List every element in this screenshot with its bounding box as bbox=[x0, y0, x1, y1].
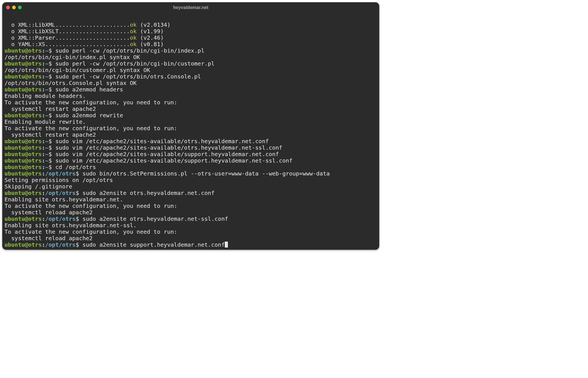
prompt-dollar: $ bbox=[76, 215, 79, 222]
version-text: (v2.0134) bbox=[137, 21, 170, 28]
prompt-colon: : bbox=[42, 112, 45, 119]
output-line: Enabling module headers. bbox=[5, 93, 86, 99]
prompt-at: @ bbox=[25, 151, 28, 158]
command-text: sudo vim /etc/apache2/sites-available/su… bbox=[52, 151, 279, 158]
minimize-icon[interactable] bbox=[12, 6, 16, 9]
command-text: sudo a2ensite otrs.heyvaldemar.net-ssl.c… bbox=[79, 215, 228, 222]
prompt-user: ubuntu bbox=[5, 215, 25, 222]
command-text: sudo perl -cw /opt/otrs/bin/cgi-bin/cust… bbox=[52, 60, 215, 67]
prompt-user: ubuntu bbox=[5, 151, 25, 158]
prompt-path: /opt/otrs bbox=[45, 170, 76, 177]
prompt-path: /opt/otrs bbox=[45, 215, 76, 222]
prompt-at: @ bbox=[25, 164, 28, 170]
prompt-user: ubuntu bbox=[5, 164, 25, 170]
prompt-path: ~ bbox=[45, 151, 49, 158]
command-text: sudo perl -cw /opt/otrs/bin/otrs.Console… bbox=[52, 73, 201, 80]
prompt-colon: : bbox=[42, 241, 45, 248]
command-text: cd /opt/otrs bbox=[52, 164, 96, 170]
prompt-path: /opt/otrs bbox=[45, 241, 76, 248]
command-text: sudo vim /etc/apache2/sites-available/ot… bbox=[52, 144, 282, 151]
output-line: Enabling module rewrite. bbox=[5, 118, 86, 125]
prompt-colon: : bbox=[42, 47, 45, 54]
prompt-dollar: $ bbox=[49, 112, 52, 119]
prompt-at: @ bbox=[25, 73, 28, 80]
command-text: sudo vim /etc/apache2/sites-available/su… bbox=[52, 157, 293, 164]
command-text: sudo a2enmod rewrite bbox=[52, 112, 123, 119]
prompt-host: otrs bbox=[28, 73, 42, 80]
prompt-colon: : bbox=[42, 151, 45, 158]
output-line: To activate the new configuration, you n… bbox=[5, 99, 177, 106]
prompt-user: ubuntu bbox=[5, 60, 25, 67]
prompt-user: ubuntu bbox=[5, 157, 25, 164]
prompt-dollar: $ bbox=[49, 151, 52, 158]
version-text: (v0.81) bbox=[137, 41, 164, 48]
command-text: sudo a2enmod headers bbox=[52, 86, 123, 93]
prompt-host: otrs bbox=[28, 190, 42, 196]
prompt-path: /opt/otrs bbox=[45, 190, 76, 196]
prompt-host: otrs bbox=[28, 138, 42, 145]
prompt-user: ubuntu bbox=[5, 112, 25, 119]
window-title: heyvaldemar.net bbox=[2, 4, 379, 11]
titlebar: heyvaldemar.net bbox=[2, 2, 379, 12]
maximize-icon[interactable] bbox=[18, 6, 22, 9]
prompt-user: ubuntu bbox=[5, 86, 25, 93]
prompt-colon: : bbox=[42, 157, 45, 164]
prompt-host: otrs bbox=[28, 112, 42, 119]
prompt-user: ubuntu bbox=[5, 241, 25, 248]
prompt-host: otrs bbox=[28, 86, 42, 93]
terminal-body[interactable]: o XML::LibXML......................ok (v… bbox=[2, 12, 379, 250]
prompt-dollar: $ bbox=[49, 60, 52, 67]
prompt-at: @ bbox=[25, 86, 28, 93]
prompt-colon: : bbox=[42, 164, 45, 170]
prompt-colon: : bbox=[42, 60, 45, 67]
prompt-path: ~ bbox=[45, 138, 49, 145]
prompt-host: otrs bbox=[28, 241, 42, 248]
output-line: To activate the new configuration, you n… bbox=[5, 125, 177, 132]
prompt-host: otrs bbox=[28, 151, 42, 158]
version-text: (v1.99) bbox=[137, 28, 164, 35]
close-icon[interactable] bbox=[6, 6, 10, 9]
prompt-colon: : bbox=[42, 138, 45, 145]
command-text: sudo bin/otrs.SetPermissions.pl --otrs-u… bbox=[79, 170, 330, 177]
status-ok: ok bbox=[130, 34, 137, 41]
prompt-host: otrs bbox=[28, 215, 42, 222]
prompt-path: ~ bbox=[45, 144, 49, 151]
prompt-user: ubuntu bbox=[5, 170, 25, 177]
prompt-colon: : bbox=[42, 170, 45, 177]
prompt-path: ~ bbox=[45, 60, 49, 67]
prompt-user: ubuntu bbox=[5, 190, 25, 196]
prompt-dollar: $ bbox=[49, 86, 52, 93]
prompt-dollar: $ bbox=[49, 144, 52, 151]
prompt-dollar: $ bbox=[76, 170, 79, 177]
output-line: o YAML::XS......................... bbox=[5, 41, 130, 48]
prompt-path: ~ bbox=[45, 86, 49, 93]
prompt-colon: : bbox=[42, 73, 45, 80]
status-ok: ok bbox=[130, 41, 137, 48]
prompt-user: ubuntu bbox=[5, 73, 25, 80]
prompt-user: ubuntu bbox=[5, 138, 25, 145]
command-text: sudo a2ensite support.heyvaldemar.net.co… bbox=[79, 241, 225, 248]
output-line: To activate the new configuration, you n… bbox=[5, 202, 177, 209]
prompt-user: ubuntu bbox=[5, 47, 25, 54]
prompt-colon: : bbox=[42, 190, 45, 196]
output-line: systemctl reload apache2 bbox=[5, 209, 93, 216]
output-line: o XML::LibXSLT..................... bbox=[5, 28, 130, 35]
prompt-at: @ bbox=[25, 60, 28, 67]
command-text: sudo a2ensite otrs.heyvaldemar.net.conf bbox=[79, 190, 215, 196]
command-text: sudo vim /etc/apache2/sites-available/ot… bbox=[52, 138, 269, 145]
output-line: /opt/otrs/bin/otrs.Console.pl syntax OK bbox=[5, 80, 137, 86]
prompt-path: ~ bbox=[45, 73, 49, 80]
prompt-at: @ bbox=[25, 47, 28, 54]
prompt-dollar: $ bbox=[76, 241, 79, 248]
prompt-at: @ bbox=[25, 112, 28, 119]
prompt-at: @ bbox=[25, 157, 28, 164]
output-line: systemctl reload apache2 bbox=[5, 235, 93, 242]
prompt-path: ~ bbox=[45, 164, 49, 170]
prompt-host: otrs bbox=[28, 157, 42, 164]
prompt-at: @ bbox=[25, 215, 28, 222]
prompt-host: otrs bbox=[28, 47, 42, 54]
prompt-colon: : bbox=[42, 144, 45, 151]
prompt-path: ~ bbox=[45, 47, 49, 54]
output-line: o XML::Parser...................... bbox=[5, 34, 130, 41]
prompt-colon: : bbox=[42, 215, 45, 222]
